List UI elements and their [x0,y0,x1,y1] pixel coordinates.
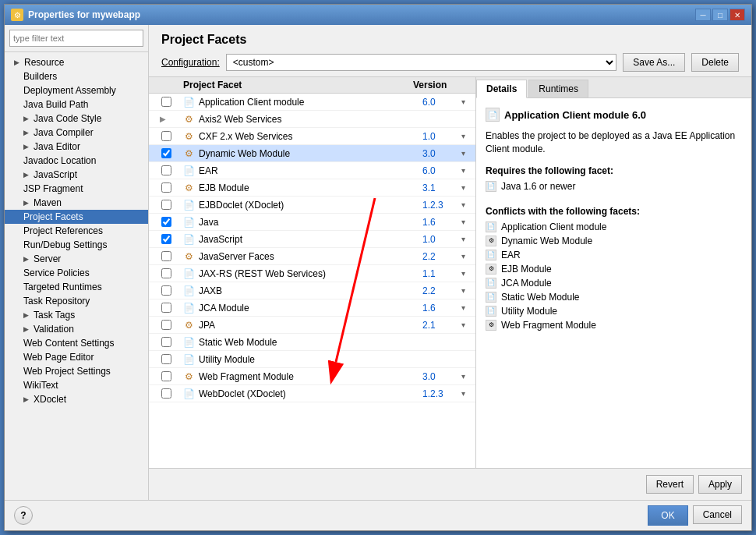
sidebar-item-javadoc-location[interactable]: Javadoc Location [5,154,148,168]
sidebar-item-label: Project Facets [23,211,83,222]
dropdown-arrow[interactable]: ▾ [461,269,474,278]
doc-icon: 📄 [182,267,196,281]
expand-icon[interactable]: ▶ [160,115,172,123]
tab-runtimes[interactable]: Runtimes [528,80,588,97]
sidebar-item-builders[interactable]: Builders [5,69,148,83]
row-checkbox[interactable] [150,303,182,313]
sidebar-item-service-policies[interactable]: Service Policies [5,266,148,280]
dropdown-arrow[interactable]: ▾ [461,389,474,398]
config-select[interactable]: <custom> [226,54,617,71]
revert-button[interactable]: Revert [646,475,694,494]
sidebar-item-xdoclet[interactable]: ▶ XDoclet [5,392,148,406]
dropdown-arrow[interactable]: ▾ [461,200,474,209]
table-row[interactable]: ⚙ JPA 2.1 ▾ [149,317,475,334]
sidebar-item-jsp-fragment[interactable]: JSP Fragment [5,182,148,196]
table-row[interactable]: ⚙ JavaServer Faces 2.2 ▾ [149,248,475,265]
sidebar-item-label: Web Page Editor [23,352,94,363]
sidebar-item-java-compiler[interactable]: ▶ Java Compiler [5,126,148,140]
cancel-button[interactable]: Cancel [693,505,742,524]
sidebar-item-run-debug[interactable]: Run/Debug Settings [5,238,148,252]
table-row[interactable]: 📄 JCA Module 1.6 ▾ [149,299,475,317]
dropdown-arrow[interactable]: ▾ [461,132,474,140]
sidebar-item-project-facets[interactable]: Project Facets [5,210,148,224]
sidebar-item-server[interactable]: ▶ Server [5,252,148,266]
row-checkbox[interactable] [150,182,182,193]
table-row[interactable]: 📄 Application Client module 6.0 ▾ [149,94,475,111]
row-checkbox[interactable] [150,148,182,158]
row-checkbox[interactable] [150,200,182,210]
row-checkbox[interactable] [150,251,182,261]
sidebar-item-task-repository[interactable]: Task Repository [5,294,148,308]
restore-button[interactable]: □ [712,9,728,21]
sidebar-item-web-project-settings[interactable]: Web Project Settings [5,364,148,378]
sidebar-item-task-tags[interactable]: ▶ Task Tags [5,308,148,322]
row-checkbox[interactable] [150,268,182,278]
dropdown-arrow[interactable]: ▾ [461,286,474,295]
table-row[interactable]: 📄 Java 1.6 ▾ [149,214,475,231]
table-row[interactable]: ⚙ Web Fragment Module 3.0 ▾ [149,368,475,385]
sidebar-item-resource[interactable]: ▶ Resource [5,55,148,69]
dropdown-arrow[interactable]: ▾ [461,218,474,226]
delete-button[interactable]: Delete [691,53,739,72]
row-version: 1.0 [422,234,461,245]
dropdown-arrow[interactable]: ▾ [461,149,474,158]
close-button[interactable]: ✕ [730,9,745,21]
row-checkbox[interactable] [150,371,182,381]
table-row[interactable]: 📄 EJBDoclet (XDoclet) 1.2.3 ▾ [149,197,475,214]
row-checkbox[interactable] [150,388,182,399]
sidebar-item-java-build-path[interactable]: Java Build Path [5,97,148,112]
minimize-button[interactable]: ─ [695,9,711,21]
row-checkbox[interactable] [150,354,182,364]
row-checkbox[interactable] [150,97,182,107]
filter-input[interactable] [9,30,143,47]
row-checkbox[interactable] [150,285,182,296]
ok-button[interactable]: OK [648,505,687,526]
sidebar-item-wikitext[interactable]: WikiText [5,378,148,392]
table-row[interactable]: 📄 JavaScript 1.0 ▾ [149,231,475,248]
dropdown-arrow[interactable]: ▾ [461,166,474,175]
requires-item: 📄 Java 1.6 or newer [486,181,742,192]
tab-details[interactable]: Details [476,80,527,98]
table-row[interactable]: ⚙ EJB Module 3.1 ▾ [149,179,475,197]
row-version: 2.1 [422,320,461,331]
row-checkbox[interactable] [150,217,182,227]
row-checkbox[interactable]: ▶ [150,115,182,123]
sidebar-item-maven[interactable]: ▶ Maven [5,196,148,210]
sidebar-item-project-references[interactable]: Project References [5,224,148,238]
sidebar-item-java-code-style[interactable]: ▶ Java Code Style [5,112,148,126]
sidebar-item-web-page-editor[interactable]: Web Page Editor [5,350,148,364]
dropdown-arrow[interactable]: ▾ [461,303,474,312]
row-checkbox[interactable] [150,234,182,244]
dropdown-arrow[interactable]: ▾ [461,235,474,243]
sidebar-item-java-editor[interactable]: ▶ Java Editor [5,140,148,154]
table-row[interactable]: ⚙ CXF 2.x Web Services 1.0 ▾ [149,128,475,145]
row-checkbox[interactable] [150,320,182,330]
table-row[interactable]: 📄 Utility Module [149,351,475,368]
table-row[interactable]: 📄 EAR 6.0 ▾ [149,162,475,179]
conflict-icon: 📄 [486,278,496,289]
table-row[interactable]: 📄 JAXB 2.2 ▾ [149,282,475,299]
dropdown-arrow[interactable]: ▾ [461,252,474,260]
table-row[interactable]: ⚙ Dynamic Web Module 3.0 ▾ [149,145,475,162]
sidebar-item-label: Maven [34,197,62,208]
sidebar-item-targeted-runtimes[interactable]: Targeted Runtimes [5,280,148,294]
table-row[interactable]: 📄 Static Web Module [149,334,475,351]
conflict-icon: ⚙ [486,320,496,331]
sidebar-item-javascript[interactable]: ▶ JavaScript [5,168,148,182]
dropdown-arrow[interactable]: ▾ [461,372,474,381]
sidebar-item-web-content[interactable]: Web Content Settings [5,336,148,350]
table-row[interactable]: ▶ ⚙ Axis2 Web Services [149,111,475,128]
row-checkbox[interactable] [150,165,182,175]
dropdown-arrow[interactable]: ▾ [461,183,474,192]
sidebar-item-validation[interactable]: ▶ Validation [5,322,148,336]
row-checkbox[interactable] [150,337,182,347]
dropdown-arrow[interactable]: ▾ [461,97,474,106]
table-row[interactable]: 📄 WebDoclet (XDoclet) 1.2.3 ▾ [149,385,475,402]
apply-button[interactable]: Apply [698,475,742,494]
save-as-button[interactable]: Save As... [623,53,685,72]
row-checkbox[interactable] [150,131,182,141]
dropdown-arrow[interactable]: ▾ [461,321,474,329]
help-button[interactable]: ? [14,506,33,525]
sidebar-item-deployment-assembly[interactable]: Deployment Assembly [5,83,148,97]
table-row[interactable]: 📄 JAX-RS (REST Web Services) 1.1 ▾ [149,265,475,282]
